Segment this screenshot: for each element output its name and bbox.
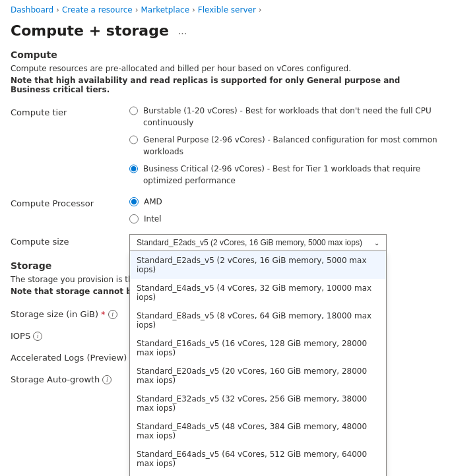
- size-option-e32ads[interactable]: Standard_E32ads_v5 (32 vCores, 256 GiB m…: [130, 390, 386, 417]
- breadcrumb-dashboard[interactable]: Dashboard: [11, 5, 53, 15]
- compute-section-title: Compute: [11, 49, 439, 60]
- iops-info-icon[interactable]: i: [33, 332, 42, 341]
- storage-size-info-icon[interactable]: i: [108, 310, 117, 319]
- compute-description: Compute resources are pre-allocated and …: [11, 64, 439, 73]
- size-option-e96ads[interactable]: Standard_E96ads_v5 (96 vCores, 672 GiB m…: [130, 473, 386, 476]
- compute-section: Compute Compute resources are pre-alloca…: [11, 49, 439, 251]
- iops-label-text: IOPS: [11, 331, 30, 341]
- breadcrumb-create-resource[interactable]: Create a resource: [62, 5, 133, 15]
- ellipsis-button[interactable]: ...: [174, 24, 191, 38]
- processor-intel-option[interactable]: Intel: [129, 213, 439, 225]
- breadcrumb: Dashboard › Create a resource › Marketpl…: [0, 0, 450, 20]
- accel-logs-label: Accelerated Logs (Preview): [11, 350, 129, 363]
- size-option-e2ads[interactable]: Standard_E2ads_v5 (2 vCores, 16 GiB memo…: [130, 251, 386, 279]
- processor-amd-radio[interactable]: [129, 197, 139, 206]
- size-option-e20ads[interactable]: Standard_E20ads_v5 (20 vCores, 160 GiB m…: [130, 362, 386, 390]
- compute-tier-options: Burstable (1-20 vCores) - Best for workl…: [129, 105, 439, 187]
- compute-tier-row: Compute tier Burstable (1-20 vCores) - B…: [11, 105, 439, 187]
- tier-business-option[interactable]: Business Critical (2-96 vCores) - Best f…: [129, 163, 439, 187]
- tier-burstable-radio[interactable]: [129, 106, 138, 115]
- storage-size-label-text: Storage size (in GiB): [11, 309, 98, 319]
- chevron-down-icon: ⌄: [374, 239, 379, 247]
- auto-growth-label: Storage Auto-growth i: [11, 372, 129, 384]
- breadcrumb-flexible-server[interactable]: Flexible server: [198, 5, 256, 15]
- size-option-e48ads[interactable]: Standard_E48ads_v5 (48 vCores, 384 GiB m…: [130, 417, 386, 445]
- compute-size-row: Compute size Standard_E2ads_v5 (2 vCores…: [11, 234, 439, 251]
- breadcrumb-marketplace[interactable]: Marketplace: [141, 5, 190, 15]
- auto-growth-label-text: Storage Auto-growth: [11, 374, 100, 384]
- iops-label: IOPS i: [11, 328, 129, 341]
- compute-processor-label: Compute Processor: [11, 196, 129, 208]
- tier-business-radio[interactable]: [129, 164, 138, 173]
- size-option-e8ads[interactable]: Standard_E8ads_v5 (8 vCores, 64 GiB memo…: [130, 307, 386, 334]
- tier-general-label: General Purpose (2-96 vCores) - Balanced…: [143, 134, 439, 158]
- required-indicator: *: [101, 309, 106, 319]
- processor-amd-option[interactable]: AMD: [129, 196, 439, 208]
- compute-processor-options: AMD Intel: [129, 196, 439, 225]
- tier-business-label: Business Critical (2-96 vCores) - Best f…: [143, 163, 439, 187]
- compute-tier-label: Compute tier: [11, 105, 129, 117]
- compute-size-dropdown-button[interactable]: Standard_E2ads_v5 (2 vCores, 16 GiB memo…: [129, 234, 387, 251]
- tier-general-radio[interactable]: [129, 135, 138, 144]
- processor-intel-radio[interactable]: [129, 214, 139, 223]
- compute-processor-row: Compute Processor AMD Intel: [11, 196, 439, 225]
- size-option-e16ads[interactable]: Standard_E16ads_v5 (16 vCores, 128 GiB m…: [130, 334, 386, 362]
- compute-size-control: Standard_E2ads_v5 (2 vCores, 16 GiB memo…: [129, 234, 439, 251]
- size-option-e64ads[interactable]: Standard_E64ads_v5 (64 vCores, 512 GiB m…: [130, 445, 386, 473]
- compute-size-dropdown-list: Standard_E2ads_v5 (2 vCores, 16 GiB memo…: [129, 251, 387, 476]
- compute-size-selected-text: Standard_E2ads_v5 (2 vCores, 16 GiB memo…: [137, 238, 362, 247]
- tier-general-option[interactable]: General Purpose (2-96 vCores) - Balanced…: [129, 134, 439, 158]
- page-title: Compute + storage: [11, 22, 169, 39]
- storage-size-label: Storage size (in GiB) * i: [11, 307, 129, 319]
- compute-size-dropdown: Standard_E2ads_v5 (2 vCores, 16 GiB memo…: [129, 234, 387, 251]
- processor-intel-label: Intel: [144, 213, 162, 225]
- auto-growth-info-icon[interactable]: i: [102, 375, 112, 384]
- processor-amd-label: AMD: [144, 196, 162, 208]
- tier-burstable-label: Burstable (1-20 vCores) - Best for workl…: [143, 105, 439, 129]
- tier-burstable-option[interactable]: Burstable (1-20 vCores) - Best for workl…: [129, 105, 439, 129]
- compute-note: Note that high availability and read rep…: [11, 76, 439, 94]
- compute-size-label: Compute size: [11, 234, 129, 247]
- size-option-e4ads[interactable]: Standard_E4ads_v5 (4 vCores, 32 GiB memo…: [130, 279, 386, 307]
